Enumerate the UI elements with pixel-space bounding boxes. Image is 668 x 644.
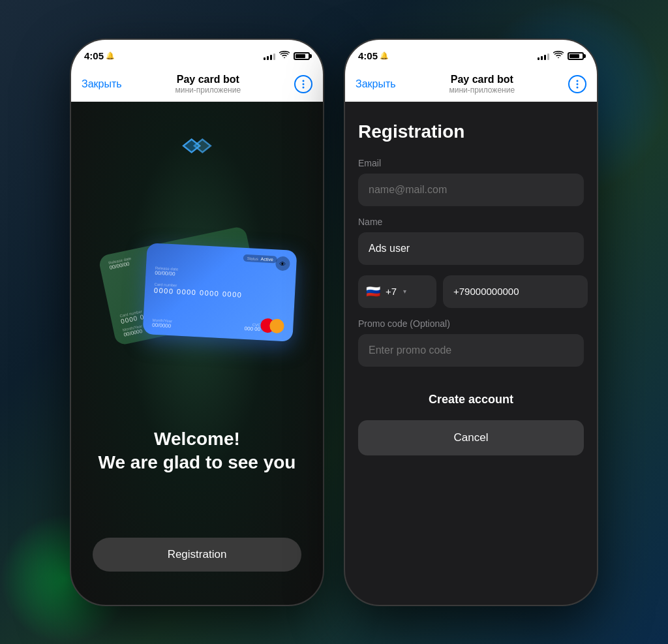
status-bar-1: 4:05 🔔 (71, 40, 323, 69)
phone-registration: 4:05 🔔 Закрыть Pay card bot (344, 38, 598, 606)
welcome-text-block: Welcome! We are glad to see you (99, 427, 296, 475)
card-front: Status Active 👁 Release date 00/00/00 Ca… (142, 243, 297, 342)
promo-form-group: Promo code (Optional) (358, 318, 584, 367)
tg-close-button-2[interactable]: Закрыть (356, 78, 396, 90)
promo-input[interactable] (358, 334, 584, 367)
tg-header-1: Закрыть Pay card bot мини-приложение (71, 69, 323, 102)
logo-area (181, 134, 213, 157)
welcome-screen-content: Release date 00/00/00 Card number 0000 0… (71, 102, 323, 605)
country-code: +7 (386, 286, 397, 297)
status-icons-1 (264, 51, 310, 61)
promo-label: Promo code (Optional) (358, 318, 584, 329)
phone-row: 🇷🇺 +7 ▾ (358, 275, 584, 308)
tg-bot-name-2: Pay card bot (449, 74, 515, 85)
status-time-1: 4:05 🔔 (84, 50, 115, 61)
tg-header-2: Закрыть Pay card bot мини-приложение (345, 69, 597, 102)
card-status-label: Status (247, 256, 258, 261)
cards-area: Release date 00/00/00 Card number 0000 0… (93, 221, 301, 364)
battery-icon-2 (568, 52, 584, 60)
signal-icon-1 (264, 52, 275, 60)
country-select[interactable]: 🇷🇺 +7 ▾ (358, 275, 436, 308)
bell-icon-1: 🔔 (106, 52, 115, 60)
tg-more-button-2[interactable] (568, 75, 586, 93)
registration-button-label: Registration (168, 548, 227, 561)
tg-bot-name-1: Pay card bot (175, 74, 241, 85)
status-bar-2: 4:05 🔔 (345, 40, 597, 69)
tg-subtitle-1: мини-приложение (175, 85, 241, 95)
svg-point-4 (576, 83, 578, 85)
wifi-icon-1 (279, 51, 290, 61)
name-form-group: Name (358, 217, 584, 265)
tg-title-block-1: Pay card bot мини-приложение (175, 74, 241, 95)
svg-point-3 (576, 80, 578, 82)
tg-title-block-2: Pay card bot мини-приложение (449, 74, 515, 95)
welcome-line-2: We are glad to see you (99, 451, 296, 474)
battery-icon-1 (294, 52, 310, 60)
card-front-release-value: 00/00/00 (155, 269, 178, 277)
time-display-2: 4:05 (358, 50, 378, 61)
create-account-button[interactable]: Create account (358, 382, 584, 418)
phone-input[interactable] (443, 275, 588, 308)
email-input[interactable] (358, 174, 584, 206)
tg-close-button-1[interactable]: Закрыть (82, 78, 122, 90)
email-label: Email (358, 158, 584, 168)
logo-icon (181, 134, 213, 157)
card-eye-icon: 👁 (275, 256, 290, 271)
country-flag: 🇷🇺 (366, 284, 380, 299)
svg-point-1 (302, 83, 304, 85)
name-input[interactable] (358, 232, 584, 265)
svg-point-2 (302, 86, 304, 88)
card-cvc-value: 000 00 (244, 326, 260, 332)
card-status-badge: Status Active (243, 254, 277, 263)
bell-icon-2: 🔔 (380, 52, 389, 60)
mastercard-logo (260, 318, 284, 333)
wifi-icon-2 (553, 51, 564, 61)
time-display-1: 4:05 (84, 50, 104, 61)
phone-welcome: 4:05 🔔 Закрыть Pay card bot (70, 38, 324, 606)
form-title: Registration (358, 121, 584, 142)
status-icons-2 (538, 51, 584, 61)
svg-point-0 (302, 80, 304, 82)
svg-point-5 (576, 86, 578, 88)
create-account-button-label: Create account (429, 393, 513, 406)
card-status-value: Active (261, 256, 273, 262)
cancel-button-label: Cancel (454, 431, 489, 444)
email-form-group: Email (358, 158, 584, 206)
status-time-2: 4:05 🔔 (358, 50, 389, 61)
tg-more-button-1[interactable] (294, 75, 312, 93)
signal-icon-2 (538, 52, 549, 60)
registration-form-content: Registration Email Name 🇷🇺 +7 ▾ Promo co… (345, 102, 597, 605)
registration-button[interactable]: Registration (93, 538, 301, 572)
chevron-down-icon: ▾ (403, 288, 406, 295)
card-front-month-value: 00/0000 (152, 322, 172, 329)
name-label: Name (358, 217, 584, 227)
tg-subtitle-2: мини-приложение (449, 85, 515, 95)
welcome-line-1: Welcome! (99, 427, 296, 451)
cancel-button[interactable]: Cancel (358, 420, 584, 455)
